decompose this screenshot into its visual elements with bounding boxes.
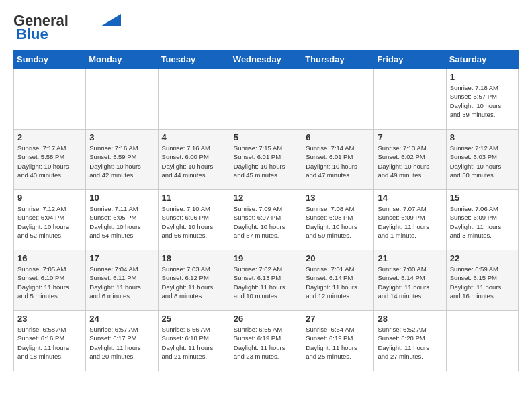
day-cell: 16Sunrise: 7:05 AM Sunset: 6:10 PM Dayli… (14, 250, 86, 311)
page-header: General Blue (13, 13, 519, 43)
day-cell: 3Sunrise: 7:16 AM Sunset: 5:59 PM Daylig… (86, 130, 158, 190)
weekday-thursday: Thursday (302, 50, 374, 69)
day-info: Sunrise: 6:56 AM Sunset: 6:18 PM Dayligh… (162, 325, 226, 361)
day-cell (302, 69, 374, 130)
day-number: 27 (306, 314, 370, 324)
day-info: Sunrise: 7:09 AM Sunset: 6:07 PM Dayligh… (234, 204, 298, 240)
day-number: 11 (162, 193, 226, 203)
day-info: Sunrise: 7:17 AM Sunset: 5:58 PM Dayligh… (17, 144, 82, 179)
day-info: Sunrise: 7:06 AM Sunset: 6:09 PM Dayligh… (450, 204, 515, 240)
day-number: 24 (89, 314, 154, 324)
day-number: 5 (234, 132, 298, 142)
day-cell: 15Sunrise: 7:06 AM Sunset: 6:09 PM Dayli… (446, 190, 518, 250)
day-cell (374, 69, 446, 130)
day-number: 17 (89, 253, 154, 263)
day-cell: 1Sunrise: 7:18 AM Sunset: 5:57 PM Daylig… (446, 69, 518, 130)
day-cell (86, 69, 158, 130)
day-number: 2 (17, 132, 82, 142)
day-info: Sunrise: 7:18 AM Sunset: 5:57 PM Dayligh… (450, 83, 515, 119)
day-cell: 5Sunrise: 7:15 AM Sunset: 6:01 PM Daylig… (230, 130, 302, 190)
day-info: Sunrise: 6:59 AM Sunset: 6:15 PM Dayligh… (450, 265, 515, 300)
svg-marker-0 (101, 14, 121, 26)
day-number: 6 (306, 132, 370, 142)
weekday-friday: Friday (374, 50, 446, 69)
week-row-1: 1Sunrise: 7:18 AM Sunset: 5:57 PM Daylig… (14, 69, 519, 130)
day-cell: 13Sunrise: 7:08 AM Sunset: 6:08 PM Dayli… (302, 190, 374, 250)
day-number: 26 (234, 314, 298, 324)
calendar: SundayMondayTuesdayWednesdayThursdayFrid… (13, 50, 519, 371)
weekday-header-row: SundayMondayTuesdayWednesdayThursdayFrid… (14, 50, 519, 69)
weekday-wednesday: Wednesday (230, 50, 302, 69)
day-cell: 24Sunrise: 6:57 AM Sunset: 6:17 PM Dayli… (86, 311, 158, 371)
logo-blue: Blue (16, 26, 48, 42)
day-cell: 11Sunrise: 7:10 AM Sunset: 6:06 PM Dayli… (158, 190, 230, 250)
day-cell: 28Sunrise: 6:52 AM Sunset: 6:20 PM Dayli… (374, 311, 446, 371)
day-cell: 7Sunrise: 7:13 AM Sunset: 6:02 PM Daylig… (374, 130, 446, 190)
weekday-tuesday: Tuesday (158, 50, 230, 69)
day-info: Sunrise: 6:52 AM Sunset: 6:20 PM Dayligh… (378, 325, 442, 361)
logo-icon (101, 14, 121, 26)
week-row-5: 23Sunrise: 6:58 AM Sunset: 6:16 PM Dayli… (14, 311, 519, 371)
day-info: Sunrise: 7:12 AM Sunset: 6:03 PM Dayligh… (450, 144, 515, 179)
day-info: Sunrise: 7:14 AM Sunset: 6:01 PM Dayligh… (306, 144, 370, 179)
day-cell: 2Sunrise: 7:17 AM Sunset: 5:58 PM Daylig… (14, 130, 86, 190)
weekday-monday: Monday (86, 50, 158, 69)
day-cell: 17Sunrise: 7:04 AM Sunset: 6:11 PM Dayli… (86, 250, 158, 311)
day-cell: 6Sunrise: 7:14 AM Sunset: 6:01 PM Daylig… (302, 130, 374, 190)
day-info: Sunrise: 7:01 AM Sunset: 6:14 PM Dayligh… (306, 265, 370, 300)
day-number: 1 (450, 72, 515, 82)
day-info: Sunrise: 7:13 AM Sunset: 6:02 PM Dayligh… (378, 144, 442, 179)
day-cell: 22Sunrise: 6:59 AM Sunset: 6:15 PM Dayli… (446, 250, 518, 311)
day-info: Sunrise: 7:03 AM Sunset: 6:12 PM Dayligh… (162, 265, 226, 300)
day-number: 10 (89, 193, 154, 203)
day-info: Sunrise: 6:55 AM Sunset: 6:19 PM Dayligh… (234, 325, 298, 361)
day-cell (230, 69, 302, 130)
week-row-2: 2Sunrise: 7:17 AM Sunset: 5:58 PM Daylig… (14, 130, 519, 190)
day-info: Sunrise: 7:12 AM Sunset: 6:04 PM Dayligh… (17, 204, 82, 240)
week-row-4: 16Sunrise: 7:05 AM Sunset: 6:10 PM Dayli… (14, 250, 519, 311)
day-number: 23 (17, 314, 82, 324)
day-number: 25 (162, 314, 226, 324)
day-info: Sunrise: 7:00 AM Sunset: 6:14 PM Dayligh… (378, 265, 442, 300)
week-row-3: 9Sunrise: 7:12 AM Sunset: 6:04 PM Daylig… (14, 190, 519, 250)
day-cell: 9Sunrise: 7:12 AM Sunset: 6:04 PM Daylig… (14, 190, 86, 250)
day-number: 12 (234, 193, 298, 203)
day-info: Sunrise: 6:58 AM Sunset: 6:16 PM Dayligh… (17, 325, 82, 361)
day-info: Sunrise: 7:02 AM Sunset: 6:13 PM Dayligh… (234, 265, 298, 300)
day-info: Sunrise: 7:16 AM Sunset: 6:00 PM Dayligh… (162, 144, 226, 179)
day-number: 13 (306, 193, 370, 203)
logo: General Blue (13, 13, 121, 43)
day-info: Sunrise: 6:54 AM Sunset: 6:19 PM Dayligh… (306, 325, 370, 361)
day-cell: 10Sunrise: 7:11 AM Sunset: 6:05 PM Dayli… (86, 190, 158, 250)
day-info: Sunrise: 7:15 AM Sunset: 6:01 PM Dayligh… (234, 144, 298, 179)
day-cell: 26Sunrise: 6:55 AM Sunset: 6:19 PM Dayli… (230, 311, 302, 371)
day-info: Sunrise: 7:05 AM Sunset: 6:10 PM Dayligh… (17, 265, 82, 300)
day-number: 14 (378, 193, 442, 203)
day-cell (158, 69, 230, 130)
day-number: 18 (162, 253, 226, 263)
day-info: Sunrise: 7:11 AM Sunset: 6:05 PM Dayligh… (89, 204, 154, 240)
day-cell: 12Sunrise: 7:09 AM Sunset: 6:07 PM Dayli… (230, 190, 302, 250)
day-number: 15 (450, 193, 515, 203)
day-cell: 20Sunrise: 7:01 AM Sunset: 6:14 PM Dayli… (302, 250, 374, 311)
day-cell: 8Sunrise: 7:12 AM Sunset: 6:03 PM Daylig… (446, 130, 518, 190)
day-info: Sunrise: 6:57 AM Sunset: 6:17 PM Dayligh… (89, 325, 154, 361)
day-cell: 4Sunrise: 7:16 AM Sunset: 6:00 PM Daylig… (158, 130, 230, 190)
day-info: Sunrise: 7:07 AM Sunset: 6:09 PM Dayligh… (378, 204, 442, 240)
day-cell (14, 69, 86, 130)
day-info: Sunrise: 7:08 AM Sunset: 6:08 PM Dayligh… (306, 204, 370, 240)
day-cell: 19Sunrise: 7:02 AM Sunset: 6:13 PM Dayli… (230, 250, 302, 311)
day-info: Sunrise: 7:04 AM Sunset: 6:11 PM Dayligh… (89, 265, 154, 300)
day-number: 28 (378, 314, 442, 324)
day-number: 9 (17, 193, 82, 203)
day-cell: 21Sunrise: 7:00 AM Sunset: 6:14 PM Dayli… (374, 250, 446, 311)
day-info: Sunrise: 7:16 AM Sunset: 5:59 PM Dayligh… (89, 144, 154, 179)
weekday-saturday: Saturday (446, 50, 518, 69)
day-number: 3 (89, 132, 154, 142)
day-number: 4 (162, 132, 226, 142)
day-cell: 25Sunrise: 6:56 AM Sunset: 6:18 PM Dayli… (158, 311, 230, 371)
day-number: 19 (234, 253, 298, 263)
weekday-sunday: Sunday (14, 50, 86, 69)
day-number: 20 (306, 253, 370, 263)
day-cell: 14Sunrise: 7:07 AM Sunset: 6:09 PM Dayli… (374, 190, 446, 250)
